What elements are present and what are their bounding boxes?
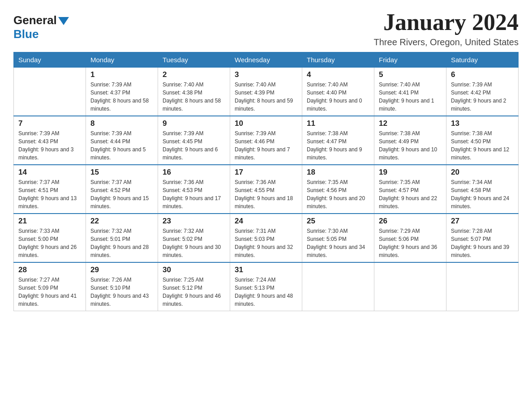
day-number: 15 (90, 168, 153, 177)
day-number: 5 (379, 70, 442, 79)
day-number: 24 (235, 217, 297, 226)
logo-blue-container (57, 17, 69, 24)
calendar-cell (374, 262, 446, 311)
day-number: 11 (307, 119, 369, 128)
day-info: Sunrise: 7:30 AMSunset: 5:05 PMDaylight:… (307, 227, 369, 259)
day-number: 8 (90, 119, 153, 128)
calendar-cell (302, 262, 374, 311)
day-number: 23 (163, 217, 225, 226)
calendar-cell: 23Sunrise: 7:32 AMSunset: 5:02 PMDayligh… (158, 214, 230, 262)
day-number: 20 (451, 168, 514, 177)
day-info: Sunrise: 7:37 AMSunset: 4:52 PMDaylight:… (90, 178, 153, 210)
calendar-cell: 19Sunrise: 7:35 AMSunset: 4:57 PMDayligh… (374, 165, 446, 214)
calendar-cell: 7Sunrise: 7:39 AMSunset: 4:43 PMDaylight… (14, 116, 86, 165)
logo-triangle-icon (58, 17, 69, 25)
logo: General Blue (13, 13, 69, 41)
day-number: 7 (18, 119, 81, 128)
calendar-cell: 14Sunrise: 7:37 AMSunset: 4:51 PMDayligh… (14, 165, 86, 214)
calendar-cell: 4Sunrise: 7:40 AMSunset: 4:40 PMDaylight… (302, 68, 374, 116)
calendar-cell: 9Sunrise: 7:39 AMSunset: 4:45 PMDaylight… (158, 116, 230, 165)
day-number: 6 (451, 70, 514, 79)
header-friday: Friday (374, 52, 446, 68)
day-number: 25 (307, 217, 369, 226)
logo-general-text: General (13, 13, 57, 27)
calendar-cell: 6Sunrise: 7:39 AMSunset: 4:42 PMDaylight… (446, 68, 519, 116)
day-number: 29 (90, 265, 153, 274)
calendar-cell: 17Sunrise: 7:36 AMSunset: 4:55 PMDayligh… (230, 165, 302, 214)
calendar-cell: 3Sunrise: 7:40 AMSunset: 4:39 PMDaylight… (230, 68, 302, 116)
day-number: 30 (163, 265, 225, 274)
calendar-cell: 12Sunrise: 7:38 AMSunset: 4:49 PMDayligh… (374, 116, 446, 165)
calendar-cell: 1Sunrise: 7:39 AMSunset: 4:37 PMDaylight… (86, 68, 158, 116)
day-info: Sunrise: 7:36 AMSunset: 4:55 PMDaylight:… (235, 178, 297, 210)
calendar-cell: 2Sunrise: 7:40 AMSunset: 4:38 PMDaylight… (158, 68, 230, 116)
calendar-cell: 29Sunrise: 7:26 AMSunset: 5:10 PMDayligh… (86, 262, 158, 311)
calendar-week-row: 14Sunrise: 7:37 AMSunset: 4:51 PMDayligh… (14, 165, 519, 214)
day-info: Sunrise: 7:38 AMSunset: 4:47 PMDaylight:… (307, 129, 369, 162)
day-info: Sunrise: 7:39 AMSunset: 4:45 PMDaylight:… (163, 129, 225, 162)
calendar-cell: 16Sunrise: 7:36 AMSunset: 4:53 PMDayligh… (158, 165, 230, 214)
day-info: Sunrise: 7:32 AMSunset: 5:02 PMDaylight:… (163, 227, 225, 259)
calendar-cell: 11Sunrise: 7:38 AMSunset: 4:47 PMDayligh… (302, 116, 374, 165)
logo-blue-text: Blue (13, 27, 69, 41)
title-section: January 2024 Three Rivers, Oregon, Unite… (374, 9, 519, 47)
day-info: Sunrise: 7:24 AMSunset: 5:13 PMDaylight:… (235, 276, 297, 308)
calendar-cell: 27Sunrise: 7:28 AMSunset: 5:07 PMDayligh… (446, 214, 519, 262)
day-number: 9 (163, 119, 225, 128)
day-info: Sunrise: 7:39 AMSunset: 4:43 PMDaylight:… (18, 129, 81, 162)
calendar-week-row: 7Sunrise: 7:39 AMSunset: 4:43 PMDaylight… (14, 116, 519, 165)
day-number: 27 (451, 217, 514, 226)
day-info: Sunrise: 7:25 AMSunset: 5:12 PMDaylight:… (163, 276, 225, 308)
day-info: Sunrise: 7:35 AMSunset: 4:57 PMDaylight:… (379, 178, 442, 210)
day-number: 4 (307, 70, 369, 79)
header-sunday: Sunday (14, 52, 86, 68)
day-number: 19 (379, 168, 442, 177)
calendar-cell: 21Sunrise: 7:33 AMSunset: 5:00 PMDayligh… (14, 214, 86, 262)
page-header: General Blue January 2024 Three Rivers, … (13, 9, 519, 47)
calendar-cell: 31Sunrise: 7:24 AMSunset: 5:13 PMDayligh… (230, 262, 302, 311)
day-number: 1 (90, 70, 153, 79)
day-number: 12 (379, 119, 442, 128)
day-info: Sunrise: 7:35 AMSunset: 4:56 PMDaylight:… (307, 178, 369, 210)
calendar-cell: 15Sunrise: 7:37 AMSunset: 4:52 PMDayligh… (86, 165, 158, 214)
header-monday: Monday (86, 52, 158, 68)
calendar-cell: 20Sunrise: 7:34 AMSunset: 4:58 PMDayligh… (446, 165, 519, 214)
day-info: Sunrise: 7:40 AMSunset: 4:41 PMDaylight:… (379, 81, 442, 113)
header-saturday: Saturday (446, 52, 519, 68)
calendar-header-row: SundayMondayTuesdayWednesdayThursdayFrid… (14, 52, 519, 68)
day-info: Sunrise: 7:34 AMSunset: 4:58 PMDaylight:… (451, 178, 514, 210)
calendar-cell: 5Sunrise: 7:40 AMSunset: 4:41 PMDaylight… (374, 68, 446, 116)
location-text: Three Rivers, Oregon, United States (374, 37, 519, 47)
day-info: Sunrise: 7:38 AMSunset: 4:50 PMDaylight:… (451, 129, 514, 162)
header-wednesday: Wednesday (230, 52, 302, 68)
calendar-week-row: 28Sunrise: 7:27 AMSunset: 5:09 PMDayligh… (14, 262, 519, 311)
month-title: January 2024 (374, 9, 519, 35)
day-info: Sunrise: 7:38 AMSunset: 4:49 PMDaylight:… (379, 129, 442, 162)
day-info: Sunrise: 7:39 AMSunset: 4:37 PMDaylight:… (90, 81, 153, 113)
day-info: Sunrise: 7:31 AMSunset: 5:03 PMDaylight:… (235, 227, 297, 259)
day-number: 3 (235, 70, 297, 79)
day-number: 31 (235, 265, 297, 274)
day-info: Sunrise: 7:39 AMSunset: 4:46 PMDaylight:… (235, 129, 297, 162)
day-number: 13 (451, 119, 514, 128)
calendar-cell: 10Sunrise: 7:39 AMSunset: 4:46 PMDayligh… (230, 116, 302, 165)
calendar-week-row: 1Sunrise: 7:39 AMSunset: 4:37 PMDaylight… (14, 68, 519, 116)
day-number: 17 (235, 168, 297, 177)
calendar-cell: 24Sunrise: 7:31 AMSunset: 5:03 PMDayligh… (230, 214, 302, 262)
day-info: Sunrise: 7:37 AMSunset: 4:51 PMDaylight:… (18, 178, 81, 210)
calendar-cell: 30Sunrise: 7:25 AMSunset: 5:12 PMDayligh… (158, 262, 230, 311)
day-info: Sunrise: 7:39 AMSunset: 4:44 PMDaylight:… (90, 129, 153, 162)
day-number: 22 (90, 217, 153, 226)
calendar-cell: 13Sunrise: 7:38 AMSunset: 4:50 PMDayligh… (446, 116, 519, 165)
calendar-week-row: 21Sunrise: 7:33 AMSunset: 5:00 PMDayligh… (14, 214, 519, 262)
day-info: Sunrise: 7:29 AMSunset: 5:06 PMDaylight:… (379, 227, 442, 259)
day-number: 16 (163, 168, 225, 177)
day-info: Sunrise: 7:26 AMSunset: 5:10 PMDaylight:… (90, 276, 153, 308)
day-number: 18 (307, 168, 369, 177)
day-info: Sunrise: 7:33 AMSunset: 5:00 PMDaylight:… (18, 227, 81, 259)
day-number: 14 (18, 168, 81, 177)
day-number: 2 (163, 70, 225, 79)
day-info: Sunrise: 7:32 AMSunset: 5:01 PMDaylight:… (90, 227, 153, 259)
calendar-cell: 22Sunrise: 7:32 AMSunset: 5:01 PMDayligh… (86, 214, 158, 262)
day-number: 28 (18, 265, 81, 274)
